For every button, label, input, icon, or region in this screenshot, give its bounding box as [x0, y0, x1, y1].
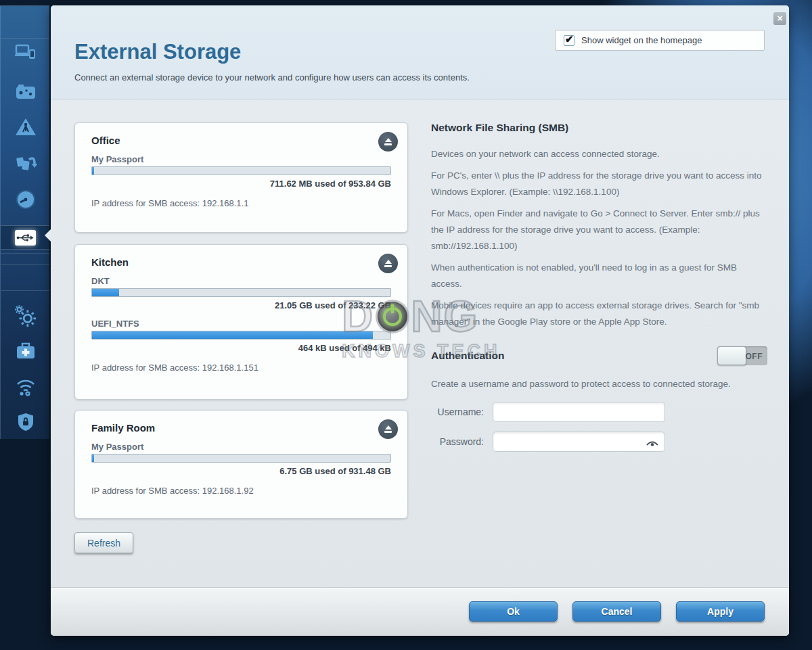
sidebar-item-devices[interactable] — [1, 43, 50, 66]
storage-card-kitchen: Kitchen DKT 21.05 GB used of 233.22 GB U… — [74, 244, 408, 400]
show-password-eye-icon[interactable] — [646, 438, 659, 450]
card-title: Family Room — [91, 422, 391, 434]
sidebar-item-security[interactable] — [1, 411, 50, 436]
drive-label: UEFI_NTFS — [91, 319, 391, 329]
close-icon[interactable]: × — [773, 12, 786, 25]
smb-paragraph: Mobile devices require an app to access … — [431, 298, 767, 330]
show-widget-checkbox[interactable]: ✔ — [564, 35, 574, 46]
media-priority-icon — [14, 153, 37, 176]
apply-button[interactable]: Apply — [676, 601, 765, 622]
usage-bar — [91, 331, 391, 340]
first-aid-kit-icon — [14, 340, 37, 363]
usage-bar-fill — [92, 167, 94, 175]
authentication-description: Create a username and password to protec… — [431, 376, 767, 392]
dialog-body: Office My Passport 711.62 MB used of 953… — [51, 100, 789, 588]
drive-label: My Passport — [91, 442, 391, 452]
usage-bar — [91, 288, 391, 297]
usage-text: 6.75 GB used of 931.48 GB — [91, 466, 391, 476]
drive: UEFI_NTFS 464 kB used of 494 kB — [91, 319, 391, 353]
drive: DKT 21.05 GB used of 233.22 GB — [91, 276, 391, 310]
storage-card-family-room: Family Room My Passport 6.75 GB used of … — [74, 410, 408, 519]
router-icon — [14, 82, 37, 105]
smb-paragraph: For Macs, open Finder and navigate to Go… — [431, 206, 767, 254]
usage-text: 711.62 MB used of 953.84 GB — [91, 179, 391, 189]
username-input[interactable] — [493, 402, 665, 422]
sidebar-divider — [1, 290, 49, 291]
username-row: Username: — [431, 402, 767, 422]
card-title: Kitchen — [91, 256, 391, 268]
usage-bar — [91, 454, 391, 463]
smb-paragraph: For PC's, enter \\ plus the IP address f… — [431, 168, 767, 200]
smb-heading: Network File Sharing (SMB) — [431, 122, 767, 134]
sidebar — [0, 5, 49, 439]
drive-label: DKT — [91, 276, 391, 286]
drive: My Passport 711.62 MB used of 953.84 GB — [91, 154, 391, 189]
page-title: External Storage — [74, 40, 241, 64]
username-label: Username: — [431, 407, 484, 417]
drive-label: My Passport — [91, 154, 391, 164]
usage-bar — [91, 166, 391, 175]
external-storage-dialog: External Storage Connect an external sto… — [51, 5, 789, 636]
usb-icon — [15, 230, 36, 246]
usage-text: 464 kB used of 494 kB — [91, 343, 391, 353]
toggle-knob[interactable] — [717, 346, 746, 365]
usage-bar-fill — [92, 455, 94, 462]
dialog-footer: Ok Cancel Apply — [51, 588, 789, 636]
active-item-notch — [45, 229, 51, 241]
usage-text: 21.05 GB used of 233.22 GB — [91, 300, 391, 310]
sidebar-item-parental-controls[interactable] — [1, 117, 50, 140]
password-row: Password: — [431, 432, 767, 452]
authentication-toggle[interactable]: OFF — [717, 346, 767, 365]
sidebar-item-router[interactable] — [1, 82, 50, 105]
password-input[interactable] — [493, 432, 665, 452]
cancel-button[interactable]: Cancel — [572, 601, 661, 622]
devices-icon — [14, 43, 37, 66]
sidebar-item-speed-test[interactable] — [1, 189, 50, 213]
footer-buttons: Ok Cancel Apply — [469, 601, 765, 622]
sidebar-item-external-storage[interactable] — [1, 225, 49, 250]
storage-card-office: Office My Passport 711.62 MB used of 953… — [74, 122, 408, 233]
sidebar-divider — [1, 38, 49, 39]
sidebar-divider — [1, 253, 49, 254]
smb-panel: Network File Sharing (SMB) Devices on yo… — [431, 122, 767, 452]
eject-icon — [385, 260, 392, 264]
sidebar-divider — [1, 264, 49, 265]
ok-button[interactable]: Ok — [469, 601, 558, 622]
show-widget-option: ✔ Show widget on the homepage — [555, 30, 765, 51]
shield-lock-icon — [15, 411, 37, 436]
checkmark-icon: ✔ — [565, 33, 574, 45]
wifi-gear-icon — [14, 376, 37, 400]
drive: My Passport 6.75 GB used of 931.48 GB — [91, 442, 391, 476]
smb-ip: IP address for SMB access: 192.168.1.92 — [91, 486, 391, 496]
sidebar-item-troubleshooting[interactable] — [1, 340, 50, 363]
authentication-row: Authentication OFF — [431, 346, 767, 365]
speed-test-icon — [14, 189, 37, 213]
eject-icon — [385, 138, 392, 142]
smb-ip: IP address for SMB access: 192.168.1.151 — [91, 363, 391, 373]
authentication-heading: Authentication — [431, 350, 505, 362]
usage-bar-fill — [92, 289, 119, 296]
eject-button[interactable] — [378, 419, 398, 439]
sidebar-item-connectivity[interactable] — [1, 305, 50, 331]
eject-button[interactable] — [378, 254, 398, 273]
card-title: Office — [91, 135, 391, 146]
toggle-state-label: OFF — [746, 352, 763, 361]
usage-bar-fill — [92, 331, 373, 339]
gears-icon — [14, 305, 37, 331]
refresh-button[interactable]: Refresh — [74, 532, 133, 553]
show-widget-label: Show widget on the homepage — [581, 35, 702, 45]
eject-button[interactable] — [378, 132, 398, 152]
page-subtitle: Connect an external storage device to yo… — [74, 72, 470, 83]
sidebar-item-wireless[interactable] — [1, 376, 50, 400]
sidebar-item-media-prioritization[interactable] — [1, 153, 50, 176]
smb-paragraph: Devices on your network can access conne… — [431, 146, 767, 162]
dialog-header: External Storage Connect an external sto… — [51, 5, 789, 99]
password-label: Password: — [431, 436, 484, 447]
smb-ip: IP address for SMB access: 192.168.1.1 — [91, 198, 391, 208]
smb-paragraph: When authentication is not enabled, you'… — [431, 260, 767, 292]
eject-icon — [385, 425, 392, 430]
warning-triangle-icon — [14, 117, 37, 140]
